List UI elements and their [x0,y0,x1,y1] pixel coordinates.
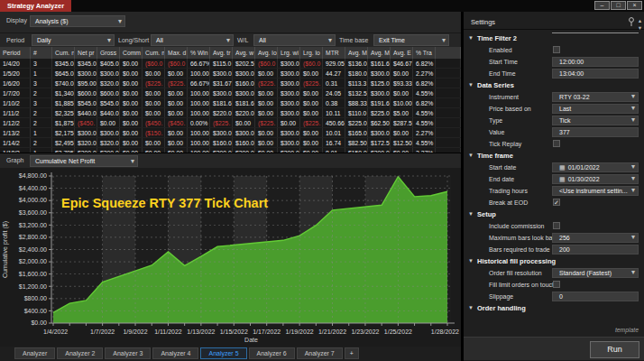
tab-analyzer-6[interactable]: Analyzer 6 [249,347,295,359]
long-short-dropdown[interactable]: All▾ [151,34,234,46]
start-time-input[interactable]: 12:00:00 [552,57,639,67]
table-row[interactable]: 1/12/22$1,875($450.$0.00$0.00($450.($450… [0,118,461,128]
enabled-checkbox[interactable] [553,46,560,53]
fill-limit-orders-on-touch-checkbox[interactable] [553,281,560,288]
graph-type-dropdown[interactable]: Cumulative Net Profit▾ [30,155,138,167]
type-dropdown[interactable]: Tick▾ [552,116,639,125]
column-header[interactable]: % Win [188,47,210,59]
svg-text:1/17/2022: 1/17/2022 [253,329,281,335]
section-historical-fill-processing[interactable]: ▼Historical fill processing [464,255,644,267]
tick-replay-checkbox[interactable] [553,140,560,147]
add-analyzer-tab[interactable]: + [345,347,359,359]
collapse-triangle-icon[interactable]: ▼ [468,82,474,88]
column-header[interactable]: MTR [323,47,345,59]
table-row[interactable]: 1/7/202$1,340$600.0$600.0$0.00$0.00$0.00… [0,88,461,98]
maximum-bars-look-back-dropdown[interactable]: 256▾ [552,233,639,243]
collapse-triangle-icon[interactable]: ▼ [468,305,474,310]
section-setup[interactable]: ▼Setup [464,208,644,220]
instrument-dropdown[interactable]: RTY 03-22▾ [552,92,639,102]
svg-text:$2,400.00: $2,400.00 [19,246,47,253]
tab-analyzer-7[interactable]: Analyzer 7 [297,347,343,359]
scroll-down-icon[interactable]: ▼ [636,24,644,32]
column-header[interactable]: Avg. E [391,47,413,59]
property-label: Enabled [489,47,512,53]
column-header[interactable]: Net pr [75,47,97,59]
column-header[interactable]: Avg. M [368,47,391,59]
svg-text:1/4/2022: 1/4/2022 [43,329,68,335]
end-time-input[interactable]: 13:04:00 [552,69,639,79]
svg-text:1/7/2022: 1/7/2022 [90,329,115,335]
section-time-filter-2[interactable]: ▼Time Filter 2 [464,32,644,44]
collapse-triangle-icon[interactable]: ▼ [468,258,474,264]
table-cell: 450.66 [323,118,345,127]
table-cell: ($225. [143,79,165,88]
column-header[interactable]: Avg. tr [210,47,233,59]
collapse-triangle-icon[interactable]: ▼ [468,35,474,41]
table-cell: 100.00 [188,128,210,137]
run-button[interactable]: Run [590,341,639,358]
section-data-series[interactable]: ▼Data Series [464,79,644,91]
table-row[interactable]: 1/13/21$2,175$300.0$300.0$0.00($150.$0.0… [0,128,461,138]
column-header[interactable]: % Tra [413,47,436,59]
column-header[interactable]: Comm [120,47,143,59]
column-header[interactable]: Cum. m [143,47,165,59]
start-date-dropdown[interactable]: ▦01/01/2022▾ [552,162,639,172]
section-title: Order handling [477,304,526,312]
calendar-icon: ▦ [559,176,566,182]
trading-hours-dropdown[interactable]: <Use instrument settin...▾ [552,186,639,196]
include-commission-checkbox[interactable] [553,222,560,229]
column-header[interactable]: Avg. lo [255,47,278,59]
table-cell: $300.0 [210,88,233,97]
minimize-icon[interactable]: – [594,1,610,10]
section-time-frame[interactable]: ▼Time frame [464,150,644,162]
column-header[interactable]: Period [0,47,31,59]
column-header[interactable]: Cum. n [52,47,75,59]
table-cell: 1 [31,128,52,137]
table-row[interactable]: 1/11/22$2,325$440.0$440.0$0.00$0.00$0.00… [0,108,461,118]
tab-analyzer[interactable]: Analyzer [14,347,55,359]
collapse-triangle-icon[interactable]: ▼ [468,153,474,158]
column-header[interactable]: Lrg. wi [278,47,300,59]
collapse-triangle-icon[interactable]: ▼ [468,211,474,217]
column-header[interactable]: Max. d [165,47,188,59]
column-header[interactable]: Avg. M [345,47,368,59]
property-label: Start Time [489,59,518,65]
window-title-tab[interactable]: Strategy Analyzer [0,0,71,12]
settings-scrollbar[interactable]: ▲ ▼ [636,17,644,32]
property-label: Include commission [489,223,544,229]
slippage-input[interactable]: 0 [552,292,639,301]
column-header[interactable]: Avg. w [233,47,255,59]
tab-analyzer-5[interactable]: Analyzer 5 [200,347,246,359]
value-input[interactable]: 377 [552,127,639,137]
table-row[interactable]: 1/4/203$345.0$345.0$405.0$0.00($60.0($60… [0,59,461,69]
section-order-handling[interactable]: ▼Order handling [464,302,644,314]
tab-analyzer-4[interactable]: Analyzer 4 [152,347,198,359]
w-l-dropdown[interactable]: All▾ [253,34,336,46]
property-label: Slippage [489,293,513,300]
column-header[interactable]: Gross [97,47,120,59]
order-fill-resolution-dropdown[interactable]: Standard (Fastest)▾ [552,268,639,278]
table-header-row: Period#Cum. nNet prGrossCommCum. mMax. d… [0,47,461,59]
maximize-icon[interactable]: □ [611,1,626,10]
time-base-dropdown[interactable]: Exit Time▾ [373,34,449,46]
price-based-on-dropdown[interactable]: Last▾ [552,104,639,114]
scroll-up-icon[interactable]: ▲ [636,17,644,24]
tab-analyzer-3[interactable]: Analyzer 3 [105,347,151,359]
end-date-dropdown[interactable]: ▦01/30/2022▾ [552,174,639,184]
table-row[interactable]: 1/14/22$2,495$320.0$320.0$0.00$0.00$0.00… [0,138,461,148]
table-row[interactable]: 1/5/201$645.0$300.0$300.0$0.00$0.00$0.00… [0,69,461,79]
table-cell: $191.6 [368,98,391,107]
template-link[interactable]: template [464,327,639,333]
tab-analyzer-2[interactable]: Analyzer 2 [57,347,103,359]
break-at-eod-checkbox[interactable]: ✓ [553,199,560,206]
column-header[interactable]: # [31,47,52,59]
table-row[interactable]: 1/6/203$740.0$95.00$320.0$0.00($225.($22… [0,79,461,88]
pin-icon[interactable] [628,17,635,27]
bars-required-to-trade-input[interactable]: 200 [552,245,639,255]
table-row[interactable]: 1/10/23$1,885$545.0$545.0$0.00$0.00$0.00… [0,98,461,108]
table-cell: 2 [31,118,52,127]
display-dropdown[interactable]: Analysis ($)▾ [30,15,125,27]
close-icon[interactable]: × [627,1,642,10]
column-header[interactable]: Lrg. lo [300,47,323,59]
period-dropdown[interactable]: Daily▾ [32,34,115,46]
